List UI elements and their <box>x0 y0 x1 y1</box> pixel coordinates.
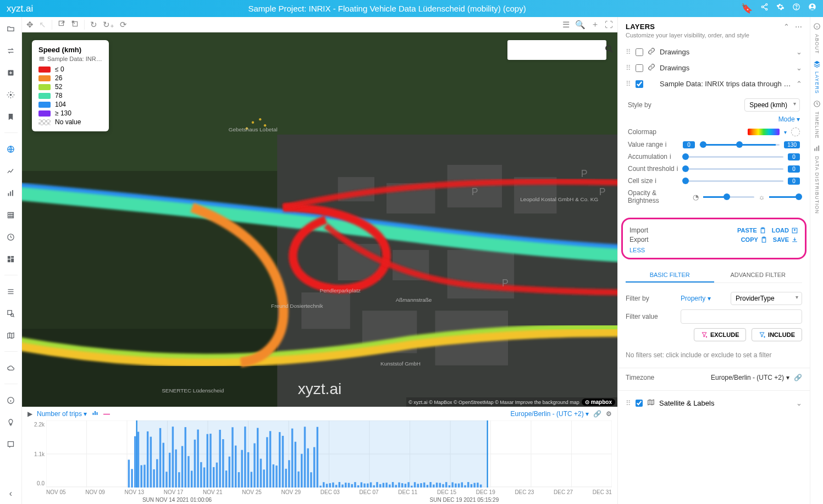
info-icon[interactable]: i <box>670 153 671 160</box>
chevron-down-icon[interactable]: ⌄ <box>796 399 802 407</box>
about-tab-icon[interactable] <box>813 22 821 31</box>
filter-value-input[interactable] <box>681 309 802 324</box>
filter-field-select[interactable]: ProviderType <box>731 292 802 305</box>
account-icon[interactable] <box>808 3 816 14</box>
chevron-icon[interactable]: ⌃ <box>796 80 802 88</box>
import-view-icon[interactable] <box>71 20 79 29</box>
tab-distribution[interactable]: DATA DISTRIBUTION <box>814 156 820 214</box>
globe-icon[interactable] <box>5 143 17 155</box>
bar-chart-icon[interactable] <box>5 187 17 199</box>
brand-logo[interactable]: xyzt.ai <box>7 3 33 14</box>
clock-icon[interactable] <box>5 231 17 243</box>
tab-advanced-filter[interactable]: ADVANCED FILTER <box>714 268 803 283</box>
timeline-settings-icon[interactable]: ⚙ <box>606 410 612 418</box>
rotate-add-icon[interactable]: ↻₊ <box>103 20 114 30</box>
timeline-metric-select[interactable]: Number of trips ▾ <box>37 410 87 418</box>
add-block-icon[interactable] <box>5 67 17 79</box>
map-canvas[interactable]: PPPP Gebetshaus Lobetal Pendlerparkplatz… <box>22 32 617 407</box>
share-icon[interactable] <box>760 3 769 14</box>
layers-tab-icon[interactable] <box>813 59 821 68</box>
info-icon[interactable]: i <box>677 165 678 173</box>
load-button[interactable]: LOAD <box>772 227 798 234</box>
chevron-icon[interactable]: ⌄ <box>796 48 802 56</box>
grid-icon[interactable] <box>5 209 17 221</box>
basemap-checkbox[interactable] <box>636 400 643 407</box>
include-button[interactable]: INCLUDE <box>752 328 802 341</box>
pan-tool-icon[interactable]: ✥ <box>26 20 34 30</box>
style-by-select[interactable]: Speed (kmh) <box>744 98 800 112</box>
info-icon[interactable] <box>5 394 17 406</box>
timeline-chart[interactable] <box>46 420 612 488</box>
timeline-link-icon[interactable]: 🔗 <box>593 410 601 418</box>
pointer-tool-icon[interactable]: ↖ <box>39 20 46 30</box>
value-range-slider[interactable] <box>699 144 780 146</box>
grip-icon[interactable]: ⠿ <box>626 80 631 88</box>
svg-rect-162 <box>370 482 372 488</box>
help-icon[interactable] <box>792 3 800 14</box>
map-search-input[interactable] <box>512 46 604 54</box>
zoom-tool-icon[interactable]: 🔍 <box>575 20 586 30</box>
export-view-icon[interactable] <box>58 20 65 29</box>
timeline-tab-icon[interactable] <box>813 99 821 108</box>
tab-timeline[interactable]: TIMELINE <box>814 112 820 139</box>
style-mode-link[interactable]: Mode ▾ <box>778 115 800 123</box>
timezone-select[interactable]: Europe/Berlin - (UTC +2) ▾ <box>711 374 789 381</box>
legend-toggle-icon[interactable]: ☰ <box>562 20 570 30</box>
grip-icon[interactable]: ⠿ <box>626 48 631 56</box>
colormap-dropdown-icon[interactable]: ▾ <box>784 129 787 135</box>
cell-size-slider[interactable] <box>683 180 783 182</box>
grip-icon[interactable]: ⠿ <box>626 399 631 407</box>
tab-basic-filter[interactable]: BASIC FILTER <box>626 268 714 283</box>
trend-icon[interactable] <box>5 165 17 177</box>
colormap-strip[interactable] <box>748 129 780 135</box>
refresh-icon[interactable]: ⟳ <box>120 20 127 30</box>
remove-series-icon[interactable]: — <box>103 410 110 418</box>
less-link[interactable]: LESS <box>629 247 798 253</box>
collapse-panel-icon[interactable]: ⌃ <box>783 23 789 31</box>
save-button[interactable]: SAVE <box>773 236 798 243</box>
fullscreen-icon[interactable]: ⛶ <box>605 20 613 29</box>
panel-more-icon[interactable]: ⋯ <box>795 23 802 31</box>
cloud-icon[interactable] <box>5 362 17 374</box>
play-icon[interactable]: ▶ <box>27 410 32 418</box>
inspect-icon[interactable] <box>5 307 17 319</box>
dashboard-icon[interactable] <box>5 253 17 265</box>
layer-checkbox[interactable] <box>636 48 643 56</box>
grip-icon[interactable]: ⠿ <box>626 64 631 72</box>
folder-icon[interactable] <box>5 23 17 35</box>
swap-icon[interactable] <box>5 45 17 57</box>
info-icon[interactable]: i <box>665 141 667 148</box>
tab-about[interactable]: ABOUT <box>814 34 820 54</box>
distribution-tab-icon[interactable] <box>813 144 821 153</box>
timezone-link-icon[interactable]: 🔗 <box>794 374 802 381</box>
colormap-custom-icon[interactable] <box>791 128 800 136</box>
gear-icon[interactable] <box>776 3 785 14</box>
count-threshold-slider[interactable] <box>683 168 783 170</box>
timeline-timezone[interactable]: Europe/Berlin - (UTC +2) ▾ <box>511 410 589 418</box>
copy-button[interactable]: COPY <box>741 236 767 243</box>
opacity-slider[interactable] <box>703 196 754 198</box>
chevron-icon[interactable]: ⌄ <box>796 64 802 72</box>
exclude-button[interactable]: EXCLUDE <box>694 328 747 341</box>
map-nav-icon[interactable] <box>5 329 17 341</box>
lightbulb-icon[interactable] <box>5 416 17 428</box>
paste-button[interactable]: PASTE <box>737 227 766 234</box>
bookmark-nav-icon[interactable] <box>5 110 17 123</box>
rotate-icon[interactable]: ↻ <box>90 20 97 30</box>
note-icon[interactable] <box>5 438 17 450</box>
info-icon[interactable]: i <box>655 177 656 185</box>
collapse-nav-icon[interactable]: ‹ <box>9 489 12 499</box>
settings-icon[interactable] <box>5 88 17 101</box>
map-search[interactable] <box>507 40 606 60</box>
accumulation-slider[interactable] <box>683 156 783 158</box>
brightness-slider[interactable] <box>769 196 800 198</box>
search-icon[interactable] <box>604 44 614 56</box>
filter-mode-select[interactable]: Property ▾ <box>681 295 711 302</box>
layer-checkbox[interactable] <box>636 80 643 88</box>
layer-checkbox[interactable] <box>636 64 643 72</box>
bookmark-icon[interactable]: 🔖 <box>741 3 753 14</box>
list-icon[interactable] <box>5 285 17 297</box>
tab-layers[interactable]: LAYERS <box>814 71 820 94</box>
add-view-icon[interactable]: ＋ <box>591 19 599 30</box>
bars-toggle-icon[interactable] <box>91 409 99 418</box>
